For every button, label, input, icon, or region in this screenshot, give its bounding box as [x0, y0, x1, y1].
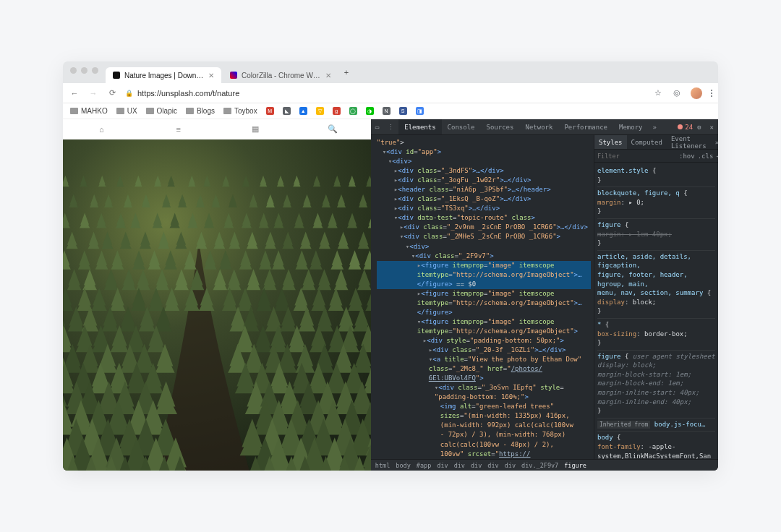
hov-toggle[interactable]: :hov: [679, 153, 695, 160]
styles-subtab-styles[interactable]: Styles: [594, 135, 627, 149]
dom-line[interactable]: ▸<figure itemprop="image" itemscope: [377, 261, 591, 270]
breadcrumb-segment[interactable]: figure: [564, 462, 586, 469]
dom-line[interactable]: itemtype="http://schema.org/ImageObject"…: [377, 327, 591, 336]
home-icon[interactable]: ⌂: [63, 119, 140, 139]
minimize-window-icon[interactable]: [81, 67, 88, 74]
bookmark-app[interactable]: M: [266, 107, 274, 115]
bookmark-star-icon[interactable]: ☆: [653, 88, 663, 98]
dom-line[interactable]: 100vw" srcset="https://: [377, 450, 591, 459]
dom-line[interactable]: ▸<div style="padding-bottom: 50px;">: [377, 336, 591, 346]
dom-line[interactable]: itemtype="http://schema.org/ImageObject"…: [377, 299, 591, 308]
bookmark-app[interactable]: ◯: [349, 107, 357, 115]
device-toggle-icon[interactable]: ⋮: [383, 124, 398, 131]
css-rule[interactable]: * { box-sizing: border-box;}: [597, 319, 715, 351]
styles-filter-input[interactable]: [597, 153, 676, 160]
breadcrumb-segment[interactable]: #app: [417, 462, 431, 469]
dom-line[interactable]: ▸<div class="TS3xq">…</div>: [377, 204, 591, 213]
dom-line[interactable]: (min-width: 992px) calc(calc(100vw: [377, 421, 591, 430]
breadcrumb-segment[interactable]: div: [487, 462, 498, 469]
dom-line[interactable]: ▾<div>: [377, 242, 591, 252]
add-icon[interactable]: ▦: [217, 119, 294, 139]
css-rule[interactable]: body { font-family: -apple- system,Blink…: [597, 432, 715, 459]
dom-line[interactable]: - 72px) / 3), (min-width: 768px): [377, 430, 591, 439]
styles-subtab-more[interactable]: »: [711, 135, 718, 149]
bookmark-app[interactable]: ▲: [299, 107, 307, 115]
cls-toggle[interactable]: .cls: [698, 153, 714, 160]
dom-line[interactable]: ▸<div class="_20-3f _1GZLi">…</div>: [377, 346, 591, 355]
bookmark-app[interactable]: ◨: [416, 107, 424, 115]
css-rule[interactable]: blockquote, figure, q { margin: ▸ 0;}: [597, 187, 715, 219]
bookmark-folder[interactable]: Olapic: [146, 107, 177, 115]
dom-line[interactable]: ▾<div class="_3oSvn IEpfq" style=: [377, 383, 591, 392]
dom-line[interactable]: ▸<figure itemprop="image" itemscope: [377, 289, 591, 299]
profile-avatar[interactable]: [691, 87, 702, 99]
dom-line[interactable]: ▾<div class="_2F9v7">: [377, 252, 591, 261]
dom-line[interactable]: ▸<div class="_3ogFu _1w02r">…</div>: [377, 176, 591, 185]
breadcrumb-segment[interactable]: div._2F9v7: [521, 462, 558, 469]
back-button[interactable]: ←: [69, 89, 80, 98]
devtools-tab-elements[interactable]: Elements: [398, 119, 441, 134]
dom-line[interactable]: class="_2Mc8_" href="/photos/: [377, 364, 591, 374]
dom-line[interactable]: "padding-bottom: 160%;">: [377, 392, 591, 402]
breadcrumb-segment[interactable]: html: [375, 462, 390, 469]
css-rule[interactable]: figure { margin: ▸ 1em 40px;}: [597, 219, 715, 251]
settings-icon[interactable]: ⚙: [693, 124, 705, 131]
devtools-tab-memory[interactable]: Memory: [613, 119, 649, 134]
add-rule-button[interactable]: +: [716, 153, 718, 160]
collections-icon[interactable]: ≡: [140, 119, 216, 139]
forest-photo[interactable]: [63, 140, 371, 471]
breadcrumb-segment[interactable]: body: [396, 462, 410, 469]
css-rule[interactable]: Inherited from body.js-focu…: [597, 419, 715, 432]
breadcrumb-segment[interactable]: div: [471, 462, 482, 469]
dom-line[interactable]: ▸<div class="_3ndFS">…</div>: [377, 166, 591, 176]
bookmark-app[interactable]: ▽: [316, 107, 324, 115]
breadcrumb-segment[interactable]: div: [454, 462, 465, 469]
dom-breadcrumb[interactable]: htmlbody#appdivdivdivdivdivdiv._2F9v7fig…: [371, 459, 718, 471]
dom-line[interactable]: ▾<a title="View the photo by Ethan Dow": [377, 355, 591, 364]
css-rules[interactable]: element.style {}blockquote, figure, q { …: [594, 163, 718, 459]
bookmark-folder[interactable]: UX: [116, 107, 137, 115]
bookmark-app[interactable]: g: [333, 107, 341, 115]
bookmark-folder[interactable]: Blogs: [186, 107, 215, 115]
dom-line[interactable]: ▸<div class="_2v9nm _2sCnE PrOBO _1CR66"…: [377, 223, 591, 232]
dom-line[interactable]: 6El:UBVol4FQ">: [377, 374, 591, 383]
styles-subtab-event-listeners[interactable]: Event Listeners: [667, 135, 711, 149]
close-devtools-icon[interactable]: ✕: [706, 124, 718, 131]
close-tab-icon[interactable]: ✕: [325, 72, 331, 80]
bookmark-folder[interactable]: Toybox: [223, 107, 257, 115]
dom-line[interactable]: ▾<div class="_2MHeS _2sCnE PrOBO _1CR66"…: [377, 232, 591, 241]
dom-line[interactable]: sizes="(min-width: 1335px) 416px,: [377, 411, 591, 421]
dom-line[interactable]: <img alt="green-leafed trees": [377, 402, 591, 411]
more-tabs-icon[interactable]: »: [649, 124, 661, 131]
forward-button[interactable]: →: [88, 89, 99, 98]
close-tab-icon[interactable]: ✕: [208, 72, 214, 80]
inspect-icon[interactable]: ▭: [371, 124, 383, 131]
devtools-tab-sources[interactable]: Sources: [481, 119, 520, 134]
error-count[interactable]: 24: [678, 124, 693, 131]
new-tab-button[interactable]: +: [340, 66, 353, 79]
tab-colorzilla[interactable]: ColorZilla - Chrome Web Store ✕: [223, 67, 338, 83]
dom-line[interactable]: ▸<header class="niA6p _3PSbf">…</header>: [377, 185, 591, 194]
dom-line[interactable]: itemtype="http://schema.org/ImageObject"…: [377, 270, 591, 280]
tab-nature-images[interactable]: Nature Images | Download Free ✕: [106, 67, 221, 83]
dom-line[interactable]: </figure>: [377, 308, 591, 317]
css-rule[interactable]: element.style {}: [597, 165, 715, 187]
dom-line[interactable]: ▸<div class="_1EksQ _B-qoZ">…</div>: [377, 194, 591, 204]
dom-line[interactable]: calc(calc(100vw - 48px) / 2),: [377, 440, 591, 450]
bookmark-app[interactable]: N: [383, 107, 390, 115]
elements-tree[interactable]: "true">▾<div id="app">▾<div>▸<div class=…: [371, 135, 594, 459]
devtools-tab-console[interactable]: Console: [442, 119, 481, 134]
close-window-icon[interactable]: [70, 67, 77, 74]
breadcrumb-segment[interactable]: div: [437, 462, 448, 469]
css-rule[interactable]: figure { user agent stylesheet display: …: [597, 351, 715, 419]
reload-button[interactable]: ⟳: [106, 88, 118, 98]
dom-line[interactable]: </figure> == $0: [377, 280, 591, 289]
dom-line[interactable]: ▾<div id="app">: [377, 147, 591, 157]
devtools-tab-performance[interactable]: Performance: [558, 119, 613, 134]
dom-line[interactable]: ▾<figure itemprop="image" itemscope: [377, 317, 591, 327]
devtools-tab-network[interactable]: Network: [519, 119, 558, 134]
browser-menu-icon[interactable]: [711, 90, 712, 97]
extension-icon[interactable]: ◎: [672, 88, 682, 98]
bookmark-app[interactable]: ◑: [366, 107, 374, 115]
maximize-window-icon[interactable]: [92, 67, 98, 74]
